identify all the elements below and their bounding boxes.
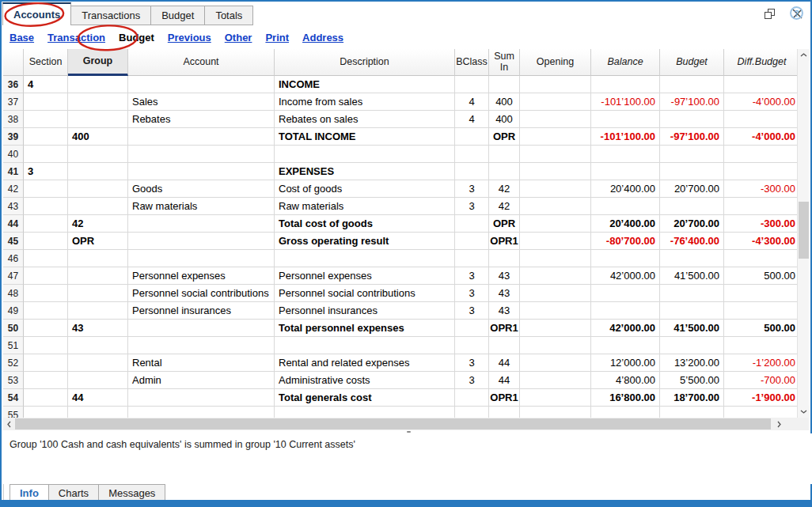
cell-balance[interactable]: 42’000.00: [591, 267, 660, 285]
cell-budget[interactable]: 5’500.00: [660, 372, 724, 389]
cell-diff[interactable]: 500.00: [724, 267, 800, 285]
cell-group[interactable]: [68, 111, 128, 128]
cell-diff[interactable]: -700.00: [724, 372, 800, 389]
cell-sumin[interactable]: [489, 407, 520, 418]
cell-opening[interactable]: [520, 250, 591, 267]
cell-section[interactable]: [24, 93, 68, 111]
cell-sumin[interactable]: 400: [489, 93, 520, 111]
cell-account[interactable]: Raw materials: [128, 198, 275, 215]
cell-opening[interactable]: [520, 337, 591, 354]
cell-diff[interactable]: -1’900.00: [724, 389, 800, 407]
cell-description[interactable]: Total generals cost: [275, 389, 455, 407]
cell-description[interactable]: Personnel expenses: [275, 267, 455, 285]
cell-budget[interactable]: [660, 198, 724, 215]
row-number[interactable]: 36: [3, 76, 24, 93]
cell-group[interactable]: [68, 285, 128, 302]
cell-bclass[interactable]: [455, 389, 489, 407]
row-number[interactable]: 52: [3, 354, 24, 372]
cell-sumin[interactable]: 43: [489, 302, 520, 320]
cell-budget[interactable]: [660, 111, 724, 128]
cell-budget[interactable]: -97’100.00: [660, 93, 724, 111]
cell-section[interactable]: [24, 302, 68, 320]
col-header-sumin[interactable]: Sum In: [489, 49, 520, 76]
cell-group[interactable]: [68, 146, 128, 163]
view-link-address[interactable]: Address: [302, 32, 343, 44]
cell-opening[interactable]: [520, 163, 591, 180]
cell-diff[interactable]: -4’000.00: [724, 93, 800, 111]
col-header-rownum[interactable]: [3, 49, 24, 76]
cell-description[interactable]: [275, 407, 455, 418]
cell-bclass[interactable]: 3: [455, 180, 489, 198]
cell-opening[interactable]: [520, 146, 591, 163]
cell-budget[interactable]: [660, 302, 724, 320]
cell-section[interactable]: [24, 215, 68, 233]
table-tab-accounts[interactable]: Accounts: [2, 2, 71, 25]
cell-description[interactable]: Personnel insurances: [275, 302, 455, 320]
row-number[interactable]: 39: [3, 128, 24, 146]
cell-description[interactable]: Rental and related expenses: [275, 354, 455, 372]
cell-opening[interactable]: [520, 302, 591, 320]
cell-description[interactable]: [275, 146, 455, 163]
cell-balance[interactable]: [591, 163, 660, 180]
cell-description[interactable]: Raw materials: [275, 198, 455, 215]
cell-balance[interactable]: [591, 285, 660, 302]
cell-account[interactable]: [128, 407, 275, 418]
cell-sumin[interactable]: [489, 163, 520, 180]
cell-section[interactable]: [24, 267, 68, 285]
cell-sumin[interactable]: OPR1: [489, 320, 520, 337]
cell-section[interactable]: 4: [24, 76, 68, 93]
cell-diff[interactable]: [724, 76, 800, 93]
view-link-print[interactable]: Print: [265, 32, 289, 44]
cell-balance[interactable]: 20’400.00: [591, 180, 660, 198]
table-tab-totals[interactable]: Totals: [205, 6, 253, 25]
cell-group[interactable]: OPR: [68, 233, 128, 250]
cell-opening[interactable]: [520, 111, 591, 128]
cell-sumin[interactable]: [489, 76, 520, 93]
cell-description[interactable]: INCOME: [275, 76, 455, 93]
cell-balance[interactable]: -101’100.00: [591, 128, 660, 146]
row-number[interactable]: 54: [3, 389, 24, 407]
col-header-bclass[interactable]: BClass: [455, 49, 489, 76]
cell-bclass[interactable]: 3: [455, 267, 489, 285]
cell-balance[interactable]: [591, 250, 660, 267]
cell-diff[interactable]: [724, 337, 800, 354]
col-header-account[interactable]: Account: [128, 49, 275, 76]
vertical-scrollbar[interactable]: [797, 49, 809, 418]
row-number[interactable]: 41: [3, 163, 24, 180]
cell-diff[interactable]: -300.00: [724, 215, 800, 233]
cell-diff[interactable]: [724, 285, 800, 302]
col-header-group[interactable]: Group: [68, 49, 128, 76]
cell-opening[interactable]: [520, 233, 591, 250]
cell-bclass[interactable]: [455, 250, 489, 267]
cell-sumin[interactable]: [489, 337, 520, 354]
row-number[interactable]: 55: [3, 407, 24, 418]
cell-description[interactable]: EXPENSES: [275, 163, 455, 180]
cell-budget[interactable]: 20’700.00: [660, 180, 724, 198]
cell-account[interactable]: Admin: [128, 372, 275, 389]
row-number[interactable]: 51: [3, 337, 24, 354]
cell-bclass[interactable]: [455, 146, 489, 163]
row-number[interactable]: 37: [3, 93, 24, 111]
cell-account[interactable]: Sales: [128, 93, 275, 111]
cell-account[interactable]: Personnel expenses: [128, 267, 275, 285]
cell-account[interactable]: Rebates: [128, 111, 275, 128]
cell-bclass[interactable]: [455, 320, 489, 337]
cell-section[interactable]: 3: [24, 163, 68, 180]
cell-account[interactable]: [128, 320, 275, 337]
cell-diff[interactable]: [724, 146, 800, 163]
view-link-budget[interactable]: Budget: [119, 32, 154, 44]
cell-balance[interactable]: [591, 302, 660, 320]
cell-budget[interactable]: [660, 407, 724, 418]
cell-balance[interactable]: [591, 337, 660, 354]
cell-group[interactable]: 44: [68, 389, 128, 407]
cell-section[interactable]: [24, 407, 68, 418]
row-number[interactable]: 53: [3, 372, 24, 389]
view-link-base[interactable]: Base: [9, 32, 34, 44]
horizontal-scroll-thumb[interactable]: [15, 418, 771, 429]
row-number[interactable]: 47: [3, 267, 24, 285]
cell-section[interactable]: [24, 372, 68, 389]
cell-budget[interactable]: [660, 285, 724, 302]
cell-budget[interactable]: -76’400.00: [660, 233, 724, 250]
cell-group[interactable]: 43: [68, 320, 128, 337]
cell-section[interactable]: [24, 198, 68, 215]
